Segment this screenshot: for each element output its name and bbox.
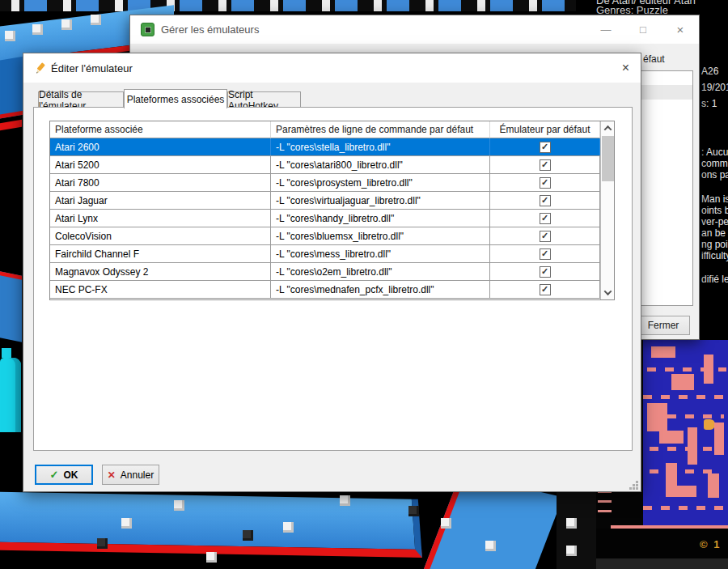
default-emulator-checkbox[interactable]: ✓	[540, 231, 551, 242]
close-button[interactable]: ×	[662, 15, 698, 44]
scrollbar-thumb[interactable]	[602, 136, 614, 181]
chip-icon	[141, 23, 154, 36]
cancel-button[interactable]: ✕ Annuler	[102, 465, 159, 485]
score-bar: © 1	[596, 529, 728, 558]
pellet-cube	[32, 24, 43, 35]
fermer-button[interactable]: Fermer	[637, 316, 690, 335]
table-row[interactable]: Atari 5200 -L "cores\atari800_libretro.d…	[50, 156, 600, 174]
default-emulator-cell: ✓	[490, 227, 600, 244]
taskbar-strip	[596, 558, 728, 569]
default-emulator-checkbox[interactable]: ✓	[540, 177, 551, 189]
default-emulator-checkbox[interactable]: ✓	[540, 159, 551, 171]
manager-window-title: Gérer les émulateurs	[161, 23, 259, 36]
tab-plateformes-associees[interactable]: Plateformes associées	[124, 89, 227, 108]
maze-field	[643, 340, 728, 525]
voxel-block	[0, 57, 24, 119]
pellet-cube	[566, 518, 577, 529]
ok-button-label: OK	[63, 469, 78, 481]
scroll-up-button[interactable]	[601, 121, 615, 135]
pellet-cube	[121, 518, 132, 529]
command-cell: -L "cores\prosystem_libretro.dll"	[271, 174, 490, 191]
info-fragment: ifficulty	[701, 250, 728, 261]
pellet-cube	[243, 530, 253, 541]
pellet-cube	[174, 500, 184, 511]
info-fragment: s: 1	[701, 98, 717, 109]
command-cell: -L "cores\o2em_libretro.dll"	[271, 263, 490, 280]
copyright-text: © 1	[700, 538, 721, 550]
table-row[interactable]: NEC PC-FX -L "cores\mednafen_pcfx_libret…	[50, 281, 600, 299]
tab-details-emulateur[interactable]: Détails de l'émulateur	[38, 91, 124, 108]
default-emulator-checkbox[interactable]: ✓	[540, 284, 551, 295]
table-scrollbar[interactable]	[600, 121, 614, 299]
column-header-command[interactable]: Paramètres de ligne de commande par défa…	[271, 121, 490, 138]
info-fragment: ons par	[701, 169, 728, 180]
scroll-down-button[interactable]	[601, 286, 615, 299]
info-fragment: ver-pell	[701, 216, 728, 227]
dialog-close-icon[interactable]: ×	[609, 53, 642, 83]
check-icon: ✓	[50, 469, 59, 481]
minimize-button[interactable]: —	[588, 15, 624, 44]
default-emulator-cell: ✓	[490, 210, 600, 227]
pellet-cube	[5, 31, 15, 41]
command-cell: -L "cores\bluemsx_libretro.dll"	[271, 227, 490, 244]
default-emulator-cell: ✓	[490, 245, 600, 262]
pellet-cube	[408, 506, 419, 516]
ghost-sprite	[0, 358, 21, 432]
table-row[interactable]: Atari Jaguar -L "cores\virtualjaguar_lib…	[50, 192, 600, 210]
voxel-block	[0, 271, 22, 342]
table-row[interactable]: Fairchild Channel F -L "cores\mess_libre…	[50, 245, 600, 263]
pellet-cube	[206, 552, 217, 563]
default-emulator-checkbox[interactable]: ✓	[540, 266, 551, 278]
ok-button[interactable]: ✓ OK	[35, 465, 93, 485]
default-emulator-cell: ✓	[490, 174, 600, 191]
table-row[interactable]: Magnavox Odyssey 2 -L "cores\o2em_libret…	[50, 263, 600, 281]
platform-cell: Magnavox Odyssey 2	[50, 263, 271, 280]
column-header-fragment: éfaut	[643, 53, 665, 65]
info-fragment: difié le	[701, 274, 728, 285]
pencil-icon	[34, 62, 47, 74]
column-header-platform[interactable]: Plateforme associée	[50, 121, 271, 138]
default-emulator-cell: ✓	[490, 263, 600, 280]
command-cell: -L "cores\mess_libretro.dll"	[271, 245, 490, 262]
default-emulator-checkbox[interactable]: ✓	[540, 195, 551, 206]
info-fragment: A26	[701, 66, 718, 77]
checkmark-icon: ✓	[541, 178, 548, 187]
manager-titlebar[interactable]: Gérer les émulateurs — □ ×	[130, 15, 699, 44]
default-emulator-checkbox[interactable]: ✓	[540, 248, 551, 260]
command-cell: -L "cores\mednafen_pcfx_libretro.dll"	[271, 281, 490, 298]
default-emulator-checkbox[interactable]: ✓	[540, 142, 551, 153]
column-header-default[interactable]: Émulateur par défaut	[490, 121, 600, 138]
pellet-cube	[340, 495, 350, 506]
pellet-cube	[485, 541, 496, 551]
pacman-sprite	[704, 419, 715, 430]
checkmark-icon: ✓	[541, 267, 548, 276]
checkmark-icon: ✓	[541, 249, 548, 258]
default-emulator-cell: ✓	[490, 281, 600, 298]
table-row[interactable]: Atari 7800 -L "cores\prosystem_libretro.…	[50, 174, 600, 192]
checkmark-icon: ✓	[541, 214, 548, 223]
table-row[interactable]: ColecoVision -L "cores\bluemsx_libretro.…	[50, 227, 600, 245]
resize-grip[interactable]	[629, 481, 639, 490]
tab-script-autohotkey[interactable]: Script AutoHotkey	[227, 91, 301, 108]
default-emulator-checkbox[interactable]: ✓	[540, 213, 551, 224]
default-emulator-cell: ✓	[490, 138, 600, 155]
table-row[interactable]: Atari Lynx -L "cores\handy_libretro.dll"…	[50, 210, 600, 227]
x-icon: ✕	[108, 469, 116, 481]
info-fragment: Man is	[701, 193, 728, 205]
platforms-table: Plateforme associée Paramètres de ligne …	[49, 121, 615, 300]
info-fragment: 19/201	[701, 82, 728, 93]
voxel-block	[557, 486, 599, 569]
pellet-cube	[97, 538, 108, 549]
editor-dialog-title: Éditer l'émulateur	[51, 62, 133, 74]
editor-dialog-titlebar[interactable]: Éditer l'émulateur ×	[23, 53, 641, 83]
maximize-button[interactable]: □	[625, 15, 661, 44]
info-fragment: comm	[701, 158, 728, 169]
table-row[interactable]: Atari 2600 -L "cores\stella_libretro.dll…	[50, 138, 600, 156]
voxel-checker-band	[0, 0, 576, 11]
checkmark-icon: ✓	[541, 160, 548, 169]
command-cell: -L "cores\stella_libretro.dll"	[271, 138, 490, 155]
platform-cell: Atari Lynx	[50, 210, 271, 227]
command-cell: -L "cores\atari800_libretro.dll"	[271, 156, 490, 173]
pellet-cube	[61, 19, 72, 30]
table-header-row: Plateforme associée Paramètres de ligne …	[50, 121, 600, 138]
